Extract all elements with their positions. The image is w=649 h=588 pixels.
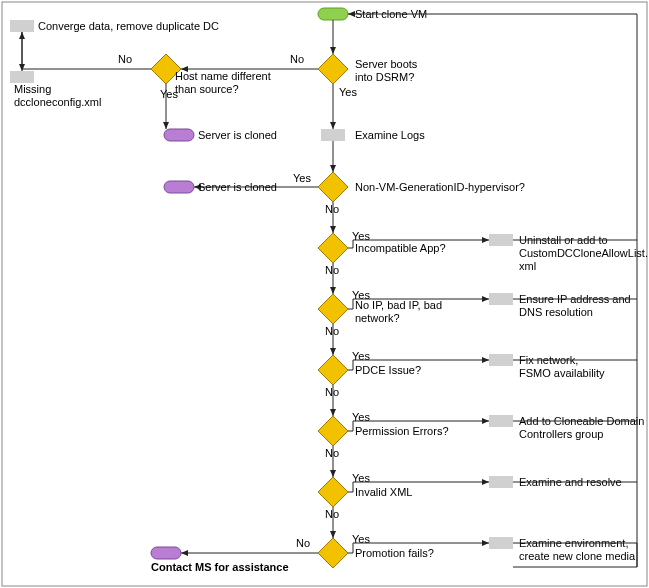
noip-label-2: network? <box>355 312 400 324</box>
process-pdce-fix <box>489 354 513 366</box>
promo-fix-2: create new clone media <box>519 550 636 562</box>
process-noip-fix <box>489 293 513 305</box>
pdce-fix-2: FSMO availability <box>519 367 605 379</box>
terminator-cloned-1 <box>164 129 194 141</box>
decision-perm <box>318 416 348 446</box>
pdce-label: PDCE Issue? <box>355 364 421 376</box>
flowchart-canvas: Start clone VM Server boots into DSRM? Y… <box>0 0 649 588</box>
promo-no: No <box>296 537 310 549</box>
host-label-2: than source? <box>175 83 239 95</box>
host-label-1: Host name different <box>175 70 271 82</box>
process-promo-fix <box>489 537 513 549</box>
nonvm-yes: Yes <box>293 172 311 184</box>
noip-no: No <box>325 325 339 337</box>
process-examine <box>321 129 345 141</box>
host-yes: Yes <box>160 88 178 100</box>
missing-label-2: dccloneconfig.xml <box>14 96 101 108</box>
process-perm-fix <box>489 415 513 427</box>
incompat-label: Incompatible App? <box>355 242 446 254</box>
decision-xml <box>318 477 348 507</box>
perm-fix-2: Controllers group <box>519 428 603 440</box>
nonvm-no: No <box>325 203 339 215</box>
perm-label: Permission Errors? <box>355 425 449 437</box>
start-node <box>318 8 348 20</box>
decision-promo <box>318 538 348 568</box>
process-converge <box>10 20 34 32</box>
terminator-contact <box>151 547 181 559</box>
incompat-fix-2: CustomDCCloneAllowList. <box>519 247 648 259</box>
perm-no: No <box>325 447 339 459</box>
promo-label: Promotion fails? <box>355 547 434 559</box>
cloned2-label: Server is cloned <box>198 181 277 193</box>
process-xml-fix <box>489 476 513 488</box>
process-incompat-fix <box>489 234 513 246</box>
dsrm-yes: Yes <box>339 86 357 98</box>
incompat-no: No <box>325 264 339 276</box>
decision-incompat <box>318 233 348 263</box>
dsrm-no: No <box>290 53 304 65</box>
missing-label-1: Missing <box>14 83 51 95</box>
xml-label: Invalid XML <box>355 486 412 498</box>
terminator-cloned-2 <box>164 181 194 193</box>
pdce-no: No <box>325 386 339 398</box>
decision-nonvm <box>318 172 348 202</box>
converge-label: Converge data, remove duplicate DC <box>38 20 219 32</box>
xml-no: No <box>325 508 339 520</box>
contact-label: Contact MS for assistance <box>151 561 289 573</box>
process-missing <box>10 71 34 83</box>
incompat-fix-3: xml <box>519 260 536 272</box>
decision-noip <box>318 294 348 324</box>
dsrm-label-2: into DSRM? <box>355 71 414 83</box>
noip-fix-2: DNS resolution <box>519 306 593 318</box>
nonvm-label: Non-VM-GenerationID-hypervisor? <box>355 181 525 193</box>
dsrm-label-1: Server boots <box>355 58 418 70</box>
decision-dsrm <box>318 54 348 84</box>
host-no: No <box>118 53 132 65</box>
examine-label: Examine Logs <box>355 129 425 141</box>
cloned1-label: Server is cloned <box>198 129 277 141</box>
decision-pdce <box>318 355 348 385</box>
